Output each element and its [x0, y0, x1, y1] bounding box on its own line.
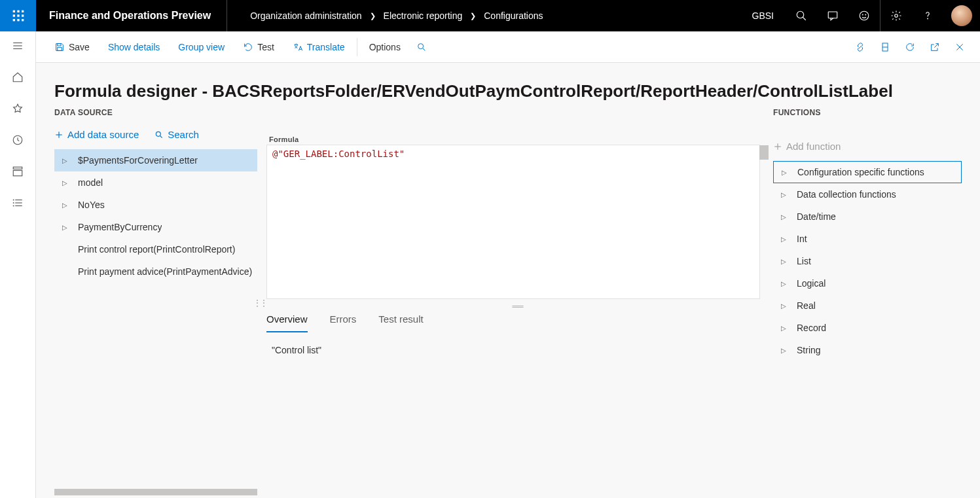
- app-launcher[interactable]: [0, 0, 36, 31]
- functions-tree-row[interactable]: ▷Int: [773, 228, 962, 250]
- horizontal-splitter[interactable]: ══: [266, 299, 769, 313]
- help-icon: [922, 10, 934, 22]
- tree-item-label: List: [797, 256, 811, 266]
- svg-rect-5: [22, 14, 24, 16]
- datasource-tree-row[interactable]: ▷Print payment advice(PrintPaymentAdvice…: [54, 260, 257, 283]
- hamburger-icon: [12, 40, 24, 52]
- datasource-tree-row[interactable]: ▷PaymentByCurrency: [54, 216, 257, 238]
- functions-tree-row[interactable]: ▷Real: [773, 294, 962, 317]
- search-icon: [416, 42, 427, 52]
- datasource-tree-row[interactable]: ▷NoYes: [54, 194, 257, 216]
- functions-tree-row[interactable]: ▷Record: [773, 317, 962, 339]
- result-tabs: Overview Errors Test result: [266, 313, 769, 333]
- formula-editor[interactable]: @"GER_LABEL:ControlList": [266, 145, 760, 299]
- page-title: Formula designer - BACSReportsFolder/ERV…: [54, 81, 962, 101]
- expand-caret-icon[interactable]: ▷: [781, 280, 788, 287]
- nav-favorites[interactable]: [11, 102, 24, 115]
- attach-button[interactable]: [854, 41, 866, 53]
- search-button[interactable]: [786, 0, 817, 31]
- tab-test-result[interactable]: Test result: [378, 313, 423, 332]
- datasource-tree[interactable]: ▷$PaymentsForCoveringLetter▷model▷NoYes▷…: [54, 149, 257, 283]
- translate-icon: [293, 42, 303, 52]
- close-button[interactable]: [954, 41, 966, 53]
- feedback-button[interactable]: [848, 0, 880, 31]
- help-button[interactable]: [912, 0, 943, 31]
- svg-rect-11: [828, 12, 837, 18]
- messages-button[interactable]: [817, 0, 848, 31]
- expand-caret-icon[interactable]: ▷: [62, 224, 69, 231]
- tree-item-label: Print payment advice(PrintPaymentAdvice): [78, 266, 252, 277]
- expand-caret-icon[interactable]: ▷: [62, 157, 69, 164]
- refresh-button[interactable]: [904, 41, 916, 53]
- svg-point-13: [862, 14, 863, 15]
- waffle-icon: [12, 9, 25, 22]
- save-button[interactable]: Save: [45, 31, 99, 63]
- chat-icon: [827, 10, 839, 22]
- expand-caret-icon[interactable]: ▷: [62, 202, 69, 209]
- find-button[interactable]: [410, 31, 433, 63]
- datasource-tree-row[interactable]: ▷model: [54, 171, 257, 194]
- workspace-icon: [12, 166, 24, 177]
- chevron-right-icon: ❯: [470, 12, 476, 20]
- options-button[interactable]: Options: [360, 31, 410, 63]
- datasource-tree-row[interactable]: ▷Print control report(PrintControlReport…: [54, 238, 257, 260]
- breadcrumb-electronic-reporting[interactable]: Electronic reporting: [384, 10, 463, 21]
- functions-tree-row[interactable]: ▷Data collection functions: [773, 183, 962, 205]
- breadcrumb-org-admin[interactable]: Organization administration: [250, 10, 361, 21]
- tree-item-label: Real: [797, 300, 816, 311]
- group-view-button[interactable]: Group view: [169, 31, 234, 63]
- functions-tree-row[interactable]: ▷Configuration specific functions: [773, 161, 962, 183]
- nav-recent[interactable]: [11, 133, 24, 147]
- expand-caret-icon[interactable]: ▷: [781, 213, 788, 221]
- svg-rect-1: [17, 10, 19, 12]
- search-datasource-button[interactable]: Search: [154, 129, 199, 140]
- breadcrumb-configurations[interactable]: Configurations: [484, 10, 543, 21]
- search-icon: [795, 10, 807, 22]
- svg-rect-0: [12, 10, 14, 12]
- vertical-splitter[interactable]: ⋮⋮: [257, 108, 263, 498]
- datasource-tree-row[interactable]: ▷$PaymentsForCoveringLetter: [54, 149, 257, 171]
- expand-caret-icon[interactable]: ▷: [781, 191, 788, 198]
- svg-point-12: [860, 11, 869, 20]
- vertical-scrollbar[interactable]: [759, 145, 769, 160]
- functions-tree-row[interactable]: ▷Date/time: [773, 205, 962, 228]
- expand-caret-icon[interactable]: ▷: [781, 236, 788, 243]
- topbar: Finance and Operations Preview Organizat…: [0, 0, 980, 31]
- nav-expand-button[interactable]: [11, 39, 24, 52]
- functions-tree-row[interactable]: ▷List: [773, 250, 962, 272]
- docs-button[interactable]: [879, 41, 891, 53]
- nav-workspaces[interactable]: [11, 165, 24, 178]
- expand-caret-icon[interactable]: ▷: [62, 179, 69, 187]
- expand-caret-icon[interactable]: ▷: [782, 169, 788, 176]
- nav-home[interactable]: [11, 71, 24, 84]
- functions-tree-row[interactable]: ▷Logical: [773, 272, 962, 294]
- tree-item-label: Date/time: [797, 211, 836, 222]
- nav-modules[interactable]: [11, 196, 24, 209]
- content: Formula designer - BACSReportsFolder/ERV…: [36, 63, 980, 498]
- expand-caret-icon[interactable]: ▷: [781, 258, 788, 265]
- document-icon: [880, 42, 890, 52]
- tab-errors[interactable]: Errors: [330, 313, 357, 332]
- horizontal-scrollbar[interactable]: [54, 489, 257, 495]
- translate-button[interactable]: Translate: [283, 31, 354, 63]
- expand-caret-icon[interactable]: ▷: [781, 347, 788, 354]
- add-function-button: Add function: [773, 141, 962, 152]
- tab-overview[interactable]: Overview: [266, 313, 308, 332]
- add-function-label: Add function: [786, 141, 841, 152]
- user-avatar[interactable]: [951, 5, 972, 26]
- expand-caret-icon[interactable]: ▷: [781, 302, 788, 310]
- functions-tree[interactable]: ▷Configuration specific functions▷Data c…: [773, 161, 962, 361]
- expand-caret-icon[interactable]: ▷: [781, 325, 788, 332]
- add-datasource-button[interactable]: Add data source: [54, 129, 139, 140]
- test-button[interactable]: Test: [234, 31, 283, 63]
- popout-button[interactable]: [929, 41, 941, 53]
- show-details-button[interactable]: Show details: [99, 31, 169, 63]
- show-details-label: Show details: [108, 42, 160, 52]
- smile-icon: [858, 10, 870, 22]
- company-picker[interactable]: GBSI: [740, 10, 786, 21]
- tree-item-label: Int: [797, 234, 807, 244]
- save-icon: [54, 42, 65, 52]
- tree-item-label: Configuration specific functions: [797, 167, 924, 177]
- functions-tree-row[interactable]: ▷String: [773, 339, 962, 361]
- settings-button[interactable]: [880, 0, 912, 31]
